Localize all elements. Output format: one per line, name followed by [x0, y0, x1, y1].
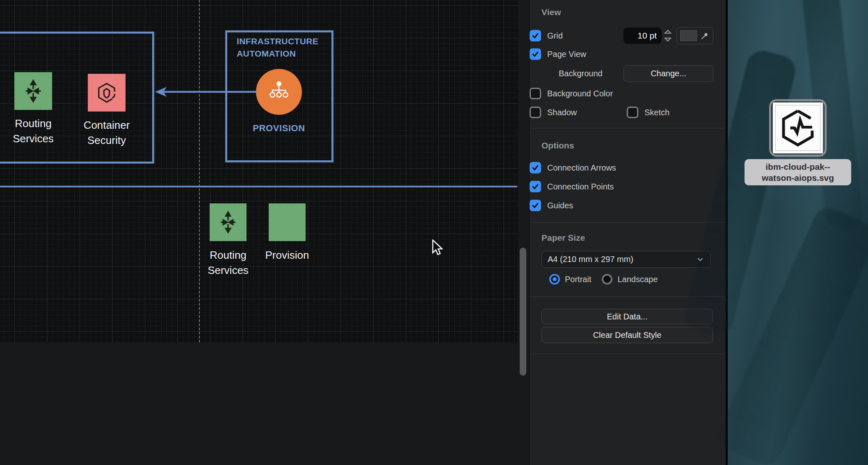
- section-divider: [530, 354, 725, 354]
- node-provision-square[interactable]: [269, 203, 306, 241]
- grid-size-stepper[interactable]: [663, 27, 674, 44]
- app-window: Routing Services Container Security INFR…: [0, 0, 868, 465]
- grid-checkbox[interactable]: [530, 30, 541, 41]
- paper-size-value: A4 (210 mm x 297 mm): [548, 255, 633, 264]
- clear-default-style-button[interactable]: Clear Default Style: [541, 327, 713, 343]
- zone-title: INFRASTRUCTURE AUTOMATION: [237, 35, 318, 60]
- page-separator-guide: [199, 0, 200, 342]
- org-chart-icon: [265, 78, 292, 106]
- routing-arrows-icon: [217, 211, 240, 234]
- grid-label: Grid: [547, 31, 563, 41]
- paper-size-section-heading: Paper Size: [541, 233, 585, 243]
- mouse-cursor: [432, 239, 443, 256]
- grid-color-swatch[interactable]: [680, 30, 697, 41]
- node-routing-services[interactable]: [14, 72, 52, 110]
- node-routing-services-2[interactable]: [210, 203, 247, 241]
- connection-points-checkbox[interactable]: [530, 181, 541, 192]
- node-label: Provision: [234, 248, 340, 263]
- page-view-label: Page View: [547, 50, 586, 59]
- options-section-heading: Options: [541, 141, 574, 150]
- sketch-checkbox[interactable]: [627, 107, 638, 118]
- view-section-heading: View: [541, 7, 561, 17]
- format-panel: View Grid Page View: [529, 0, 726, 465]
- connection-arrow[interactable]: [152, 83, 259, 100]
- watson-aiops-hexagon-pulse-icon: [779, 109, 817, 147]
- svg-file-thumbnail: [773, 103, 823, 153]
- node-container-security[interactable]: [88, 74, 126, 112]
- node-provision-circle[interactable]: [256, 69, 302, 115]
- guides-label: Guides: [547, 201, 573, 210]
- desktop-file-icon[interactable]: [769, 99, 827, 157]
- connection-arrows-checkbox[interactable]: [530, 162, 541, 173]
- node-label: PROVISION: [238, 123, 320, 134]
- sketch-label: Sketch: [644, 108, 669, 117]
- canvas-vertical-scrollbar[interactable]: [520, 248, 526, 376]
- eyedropper-icon: [700, 30, 710, 41]
- background-color-label: Background Color: [547, 89, 613, 98]
- background-label: Background: [559, 69, 603, 78]
- portrait-label: Portrait: [565, 275, 591, 284]
- clipped-shape-edge[interactable]: [0, 186, 517, 187]
- desktop-file-name[interactable]: ibm-cloud-pak-- watson-aiops.svg: [745, 159, 851, 185]
- shadow-checkbox[interactable]: [530, 107, 541, 118]
- diagram-canvas[interactable]: Routing Services Container Security INFR…: [0, 0, 529, 465]
- background-color-checkbox[interactable]: [530, 88, 541, 99]
- grid-size-input[interactable]: [624, 27, 662, 44]
- shadow-label: Shadow: [547, 108, 577, 117]
- container-security-icon: [94, 80, 119, 105]
- landscape-radio[interactable]: [602, 274, 612, 285]
- background-change-button[interactable]: Change...: [624, 65, 713, 82]
- connection-points-label: Connection Points: [547, 182, 614, 191]
- grid-color-button[interactable]: [676, 27, 713, 44]
- section-divider: [530, 128, 725, 128]
- stepper-down-icon[interactable]: [663, 37, 672, 42]
- paper-size-select[interactable]: A4 (210 mm x 297 mm): [541, 251, 710, 268]
- landscape-label: Landscape: [617, 275, 658, 284]
- node-label: Container Security: [53, 118, 160, 148]
- section-divider: [530, 222, 725, 223]
- desktop-wallpaper: ibm-cloud-pak-- watson-aiops.svg: [728, 0, 868, 465]
- routing-arrows-icon: [21, 79, 45, 103]
- connection-arrows-label: Connection Arrows: [547, 163, 616, 173]
- stepper-up-icon[interactable]: [663, 29, 672, 34]
- guides-checkbox[interactable]: [530, 200, 541, 211]
- page-view-checkbox[interactable]: [530, 48, 541, 60]
- portrait-radio[interactable]: [549, 274, 560, 285]
